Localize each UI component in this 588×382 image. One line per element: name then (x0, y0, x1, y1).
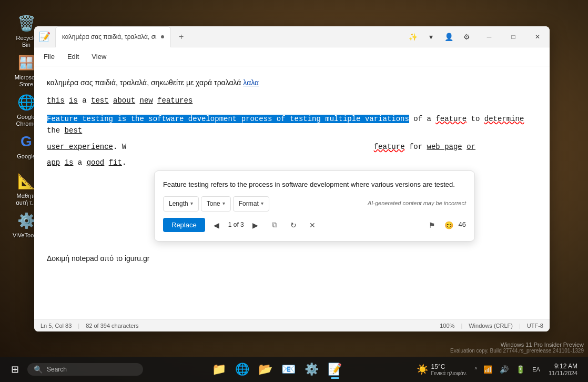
word-is2: is (65, 158, 74, 167)
selected-text-block: Feature testing is the software developm… (47, 115, 409, 123)
flag-button[interactable]: ⚑ (425, 218, 440, 233)
menu-bar: File Edit View (34, 47, 550, 66)
notification-icons: 📶 🔊 🔋 (480, 363, 528, 376)
word-good: good (87, 158, 105, 167)
word-feature2: feature (374, 143, 405, 151)
link-lala[interactable]: λαλα (243, 78, 259, 87)
math-icon: 📐 (16, 170, 37, 192)
taskbar-app-explorer[interactable]: 📁 (209, 359, 230, 380)
copy-suggestion-button[interactable]: ⧉ (267, 218, 282, 233)
recycle-bin-icon: 🗑️ (16, 13, 37, 34)
clock-time: 9:12 AM (549, 363, 577, 370)
editor-area[interactable]: καλημέρα σας παιδιά, τραλαλά, σηκωθείτε … (34, 66, 550, 319)
word-determine: determine (484, 115, 524, 123)
editor-line-3b: user experience. W feature for web page … (47, 141, 537, 153)
close-button[interactable]: ✕ (525, 26, 550, 47)
encoding: UTF-8 (527, 323, 543, 329)
replace-button[interactable]: Replace (163, 218, 205, 232)
settings-icon: ⚙️ (305, 363, 319, 376)
editor-line-1: καλημέρα σας παιδιά, τραλαλά, σηκωθείτε … (47, 77, 537, 88)
minimize-button[interactable]: ─ (477, 26, 501, 47)
math-label: Μαθητεαυτή τ... (16, 193, 36, 206)
notepad-app-icon: 📝 (34, 26, 55, 47)
google-icon: G (16, 131, 37, 152)
google-label: Google (17, 153, 35, 160)
ms-store-icon: 🪟 (16, 52, 37, 73)
vivetool-icon: ⚙️ (16, 210, 37, 231)
copilot-actions: Replace ◀ 1 of 3 ▶ ⧉ ↻ ✕ ⚑ 😊 46 (163, 218, 466, 233)
word-features: features (157, 96, 192, 105)
show-hidden-icons-button[interactable]: ^ (473, 365, 480, 375)
active-tab[interactable]: καλημέρα σας παιδιά, τραλαλά, σι (55, 26, 171, 47)
length-dropdown[interactable]: Length ▾ (163, 196, 199, 212)
menu-edit[interactable]: Edit (62, 51, 84, 63)
system-clock[interactable]: 9:12 AM 11/11/2024 (544, 360, 582, 378)
word-user-experience: user experience (47, 143, 113, 151)
taskbar-app-icons: 📁 🌐 📂 📧 ⚙️ 📝 (143, 359, 411, 380)
edge-icon: 🌐 (235, 363, 249, 376)
taskbar-app-settings[interactable]: ⚙️ (301, 359, 322, 380)
language-indicator[interactable]: ΕΛ (529, 364, 543, 375)
windows-version-text: Windows 11 Pro Insider Preview (450, 341, 584, 348)
word-this: this (47, 96, 65, 105)
tone-chevron-icon: ▾ (222, 199, 225, 208)
network-icon[interactable]: 📶 (480, 363, 495, 376)
volume-icon[interactable]: 🔊 (496, 363, 512, 376)
taskbar-search-icon: 🔍 (34, 365, 43, 374)
outlook-icon: 📧 (281, 363, 296, 376)
editor-line-3c: app is a good fit. (47, 157, 537, 168)
format-dropdown[interactable]: Format ▾ (233, 196, 269, 212)
title-bar-actions: ✨ ▾ 👤 ⚙ (404, 28, 477, 45)
start-button[interactable]: ⊞ (4, 359, 25, 380)
maximize-button[interactable]: □ (501, 26, 525, 47)
refresh-suggestion-button[interactable]: ↻ (286, 218, 301, 233)
copilot-toolbar: Length ▾ Tone ▾ Format ▾ AI-generated co… (163, 196, 466, 212)
word-new: new (139, 96, 153, 105)
close-suggestion-button[interactable]: ✕ (305, 218, 320, 233)
cursor-position: Ln 5, Col 83 (40, 323, 72, 329)
ai-generated-note: AI-generated content may be incorrect (271, 199, 466, 208)
prev-suggestion-button[interactable]: ◀ (209, 218, 224, 233)
copilot-dropdown-btn[interactable]: ▾ (422, 28, 439, 45)
taskbar-app-notepad[interactable]: 📝 (325, 359, 346, 380)
new-tab-button[interactable]: + (173, 28, 190, 45)
copilot-suggestion-popup: Feature testing refers to the process in… (154, 170, 475, 242)
status-bar: Ln 5, Col 83 | 82 of 394 characters 100%… (34, 319, 550, 331)
word-web-page: web page (427, 143, 462, 151)
explorer-icon: 📁 (212, 363, 226, 376)
taskbar-weather[interactable]: ☀️ 15°C Γενικά ηλιοφάν. (411, 361, 473, 378)
settings-button[interactable]: ⚙ (458, 28, 475, 45)
weather-info: 15°C Γενικά ηλιοφάν. (431, 363, 468, 376)
format-chevron-icon: ▾ (261, 199, 263, 208)
notepad-taskbar-icon: 📝 (328, 363, 342, 376)
windows-info-block: Windows 11 Pro Insider Preview Evaluatio… (450, 341, 584, 354)
format-label: Format (239, 199, 259, 209)
extra-line-text: Δοκιμή notepad από το iguru.gr (47, 254, 149, 263)
file-manager-icon: 📂 (258, 363, 272, 376)
title-bar: 📝 καλημέρα σας παιδιά, τραλαλά, σι + ✨ ▾… (34, 26, 550, 47)
weather-temperature: 15°C (431, 363, 468, 370)
menu-view[interactable]: View (86, 51, 111, 63)
taskbar-app-outlook[interactable]: 📧 (278, 359, 299, 380)
battery-icon[interactable]: 🔋 (513, 363, 528, 376)
word-feature: feature (435, 115, 467, 123)
taskbar-app-edge[interactable]: 🌐 (232, 359, 253, 380)
tone-label: Tone (207, 199, 220, 209)
taskbar-search-box[interactable]: 🔍 Search (27, 363, 143, 376)
reaction-section: ⚑ 😊 46 (425, 218, 466, 233)
char-count: 82 of 394 characters (86, 323, 138, 329)
status-separator-2: | (461, 323, 462, 329)
taskbar-app-file-manager[interactable]: 📂 (255, 359, 276, 380)
clock-date: 11/11/2024 (549, 370, 577, 376)
account-button[interactable]: 👤 (440, 28, 457, 45)
emoji-reaction-button[interactable]: 😊 (442, 218, 457, 233)
length-chevron-icon: ▾ (190, 199, 193, 208)
weather-sun-icon: ☀️ (417, 364, 428, 375)
status-separator-1: | (78, 323, 79, 329)
word-fit: fit (109, 158, 122, 167)
tone-dropdown[interactable]: Tone ▾ (201, 196, 231, 212)
menu-file[interactable]: File (38, 51, 60, 63)
copilot-button[interactable]: ✨ (404, 28, 421, 45)
windows-logo-icon: ⊞ (11, 364, 19, 375)
next-suggestion-button[interactable]: ▶ (248, 218, 263, 233)
